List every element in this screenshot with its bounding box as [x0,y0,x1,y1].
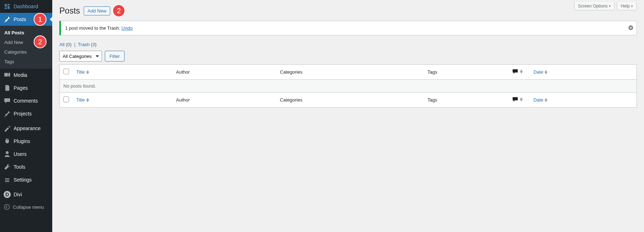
annotation-badge-2-sidebar: 2 [34,36,46,48]
notice-dismiss[interactable] [628,25,634,31]
sidebar-label-dashboard: Dashboard [14,4,38,9]
col-author: Author [172,65,276,80]
sort-indicator-icon [86,70,89,74]
col-comments-foot[interactable] [508,93,530,108]
col-date-foot[interactable]: Date [530,93,636,108]
notice-text: 1 post moved to the Trash. [65,25,120,31]
col-categories: Categories [276,65,424,80]
comments-icon [4,97,11,104]
sidebar-item-pages[interactable]: Pages [0,82,52,94]
col-comments[interactable] [508,65,530,80]
sidebar-sub-allposts[interactable]: All Posts [0,28,52,38]
sidebar-sub-categories[interactable]: Categories [0,47,52,57]
no-items-row: No posts found. [60,80,637,93]
select-all-top[interactable] [63,69,69,74]
col-title-foot[interactable]: Title [73,93,172,108]
col-title[interactable]: Title [73,65,172,80]
notice-trash: 1 post moved to the Trash. Undo [59,21,637,35]
filter-button[interactable]: Filter [105,51,125,61]
sidebar-item-projects[interactable]: Projects [0,107,52,115]
filter-all-count: (0) [66,42,72,47]
posts-table: Title Author Categories Tags Date No pos… [59,64,637,108]
media-icon [4,71,11,79]
projects-icon [4,110,11,115]
pin-icon [4,16,11,23]
add-new-button[interactable]: Add New [84,6,111,15]
col-date[interactable]: Date [530,65,636,80]
col-tags-foot: Tags [424,93,508,108]
sidebar-sub-addnew[interactable]: Add New 2 [0,38,52,47]
category-filter-select[interactable]: All Categories [59,51,102,61]
col-author-foot: Author [172,93,276,108]
comment-bubble-icon [512,96,518,103]
select-all-bottom[interactable] [63,97,69,102]
dashboard-icon [4,3,11,10]
sidebar-item-posts[interactable]: Posts 1 [0,13,52,26]
sidebar-item-media[interactable]: Media [0,69,52,82]
sidebar-submenu-posts: All Posts Add New 2 Categories Tags [0,26,52,69]
notice-undo-link[interactable]: Undo [122,25,133,31]
close-icon [628,25,634,30]
annotation-badge-1: 1 [34,14,46,25]
annotation-badge-2-header: 2 [113,5,125,16]
filter-trash-link[interactable]: Trash [78,42,90,47]
filter-all-link[interactable]: All [59,42,64,47]
sidebar-item-comments[interactable]: Comments [0,94,52,107]
sidebar-label-posts: Posts [14,16,26,22]
page-title: Posts [59,6,80,16]
filter-trash-count: (3) [91,42,97,47]
col-tags: Tags [424,65,508,80]
col-categories-foot: Categories [276,93,424,108]
pages-icon [4,84,11,92]
sidebar-item-dashboard[interactable]: Dashboard [0,0,52,13]
comment-bubble-icon [512,68,518,75]
sidebar-sub-addnew-label: Add New [4,40,23,45]
sidebar-sub-tags[interactable]: Tags [0,57,52,66]
